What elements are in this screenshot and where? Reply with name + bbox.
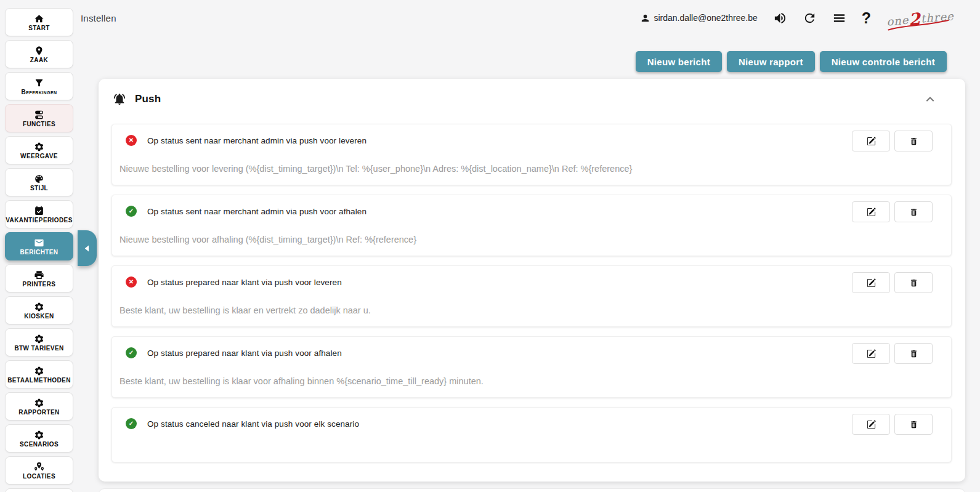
user-email: sirdan.dalle@one2three.be (654, 13, 757, 23)
push-item-actions (852, 131, 933, 151)
push-item-title: Op status sent naar merchant admin via p… (147, 136, 772, 145)
help-button[interactable]: ? (862, 9, 871, 27)
trash-icon (909, 349, 918, 358)
edit-icon (867, 137, 876, 146)
sidebar-item-zaak[interactable]: ZAAK (5, 40, 73, 68)
sidebar: START ZAAK Beperkingen FUNCTIES WEERGAVE… (5, 8, 73, 488)
delete-button[interactable] (894, 201, 933, 222)
push-item-title: Op status canceled naar klant via push v… (147, 419, 772, 429)
menu-button[interactable] (832, 11, 846, 25)
push-item-actions (852, 414, 933, 435)
edit-icon (867, 278, 876, 288)
delete-button[interactable] (894, 343, 933, 364)
new-control-message-button[interactable]: Nieuw controle bericht (820, 51, 947, 72)
delete-button[interactable] (894, 131, 933, 151)
error-status-icon: ✕ (126, 135, 137, 146)
user-icon (640, 13, 650, 23)
toggles-icon (34, 110, 44, 120)
push-item-description: Nieuwe bestelling voor afhaling (%{dist_… (119, 235, 939, 244)
sidebar-item-functies[interactable]: FUNCTIES (5, 104, 73, 132)
gear-icon (34, 302, 44, 312)
sidebar-item-start[interactable]: START (5, 8, 73, 36)
trash-icon (909, 208, 918, 217)
trash-icon (909, 278, 918, 288)
push-item: ✕ Op status sent naar merchant admin via… (111, 124, 952, 185)
push-item-list: ✕ Op status sent naar merchant admin via… (99, 119, 965, 462)
chevron-up-icon[interactable] (924, 93, 936, 105)
gear-icon (34, 430, 44, 440)
edit-icon (867, 420, 876, 429)
sidebar-item-locaties[interactable]: LOCATIES (5, 456, 73, 485)
new-report-button[interactable]: Nieuw rapport (727, 51, 815, 72)
sidebar-item-vakantieperiodes[interactable]: VAKANTIEPERIODES (5, 200, 73, 228)
push-item: ✓ Op status prepared naar klant via push… (111, 336, 952, 398)
toolbar: Nieuw bericht Nieuw rapport Nieuw contro… (636, 51, 947, 72)
push-item-title: Op status prepared naar klant via push v… (147, 278, 772, 287)
push-item-actions (852, 272, 933, 293)
push-item: ✓ Op status canceled naar klant via push… (111, 407, 952, 462)
success-status-icon: ✓ (126, 418, 137, 429)
sidebar-item-scenarios[interactable]: SCENARIOS (5, 424, 73, 453)
app-root: Instellen sirdan.dalle@one2three.be ? on… (0, 0, 980, 492)
gear-icon (34, 334, 44, 344)
mail-icon (34, 238, 44, 248)
panel-title: Push (135, 93, 161, 105)
push-item: ✕ Op status prepared naar klant via push… (111, 265, 952, 327)
printer-icon (34, 270, 44, 280)
delete-button[interactable] (894, 414, 933, 435)
push-panel: Push ✕ Op status sent naar merchant admi… (99, 79, 965, 482)
push-item-title: Op status sent naar merchant admin via p… (147, 207, 772, 216)
sidebar-item-printers[interactable]: PRINTERS (5, 264, 73, 292)
delete-button[interactable] (894, 272, 933, 293)
collapse-arrow-icon (83, 244, 92, 253)
sidebar-item-betaalmethoden[interactable]: BETAALMETHODEN (5, 360, 73, 389)
locations-icon (34, 462, 44, 472)
push-item-title: Op status prepared naar klant via push v… (147, 349, 772, 358)
header: Instellen sirdan.dalle@one2three.be ? on… (0, 0, 980, 36)
push-item: ✓ Op status sent naar merchant admin via… (111, 195, 952, 256)
sidebar-collapse-tab[interactable] (78, 230, 97, 266)
push-item-actions (852, 201, 933, 222)
next-panel-sliver (99, 489, 965, 492)
trash-icon (909, 137, 918, 146)
sidebar-item-kiosken[interactable]: KIOSKEN (5, 296, 73, 325)
menu-icon (832, 11, 846, 25)
edit-button[interactable] (852, 414, 890, 435)
gear-icon (34, 142, 44, 152)
sidebar-item-partial[interactable] (5, 488, 73, 492)
palette-icon (34, 174, 44, 184)
edit-button[interactable] (852, 201, 890, 222)
edit-button[interactable] (852, 343, 890, 364)
calendar-check-icon (34, 206, 44, 216)
sidebar-item-btw-tarieven[interactable]: BTW TARIEVEN (5, 328, 73, 357)
sidebar-item-beperkingen[interactable]: Beperkingen (5, 72, 73, 100)
edit-icon (867, 349, 876, 358)
push-item-description: Beste klant, uw bestelling is klaar voor… (119, 376, 939, 386)
header-actions: sirdan.dalle@one2three.be ? one2three (640, 0, 953, 36)
refresh-icon (803, 11, 817, 25)
push-item-actions (852, 343, 933, 364)
volume-icon (773, 11, 787, 25)
volume-button[interactable] (773, 11, 787, 25)
push-panel-header[interactable]: Push (99, 79, 965, 119)
sidebar-item-stijl[interactable]: STIJL (5, 168, 73, 196)
new-message-button[interactable]: Nieuw bericht (636, 51, 722, 72)
sidebar-item-weergave[interactable]: WEERGAVE (5, 136, 73, 164)
filter-icon (34, 78, 44, 88)
gear-icon (34, 398, 44, 408)
trash-icon (909, 420, 918, 429)
edit-icon (867, 208, 876, 217)
edit-button[interactable] (852, 272, 890, 293)
error-status-icon: ✕ (126, 276, 137, 288)
page-title: Instellen (81, 13, 116, 23)
success-status-icon: ✓ (126, 347, 137, 358)
user-menu[interactable]: sirdan.dalle@one2three.be (640, 13, 757, 23)
refresh-button[interactable] (803, 11, 817, 25)
gear-icon (34, 366, 44, 376)
home-icon (34, 14, 44, 24)
sidebar-item-rapporten[interactable]: RAPPORTEN (5, 392, 73, 421)
edit-button[interactable] (852, 131, 890, 151)
sidebar-item-berichten[interactable]: BERICHTEN (5, 232, 73, 260)
success-status-icon: ✓ (126, 206, 137, 217)
bell-icon (113, 92, 126, 106)
